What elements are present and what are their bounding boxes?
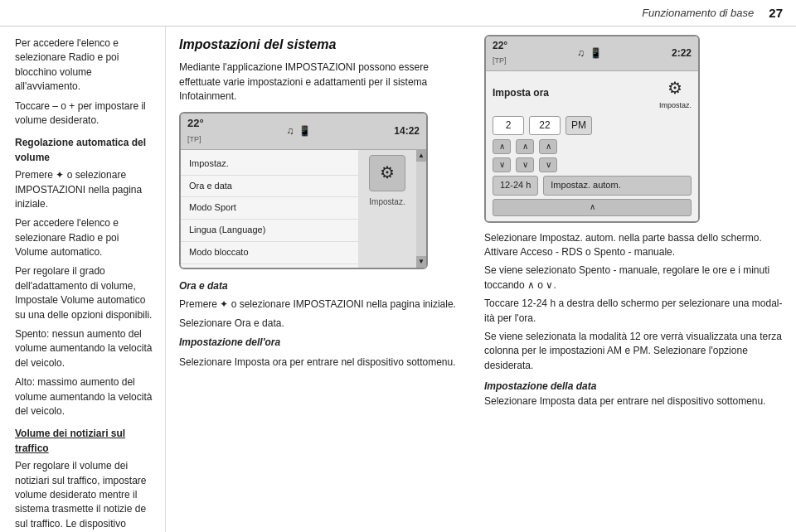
left-auto-2: Per accedere l'elenco e selezionare Radi… [15,216,153,259]
right-para-2: Se viene selezionato Spento - manuale, r… [484,264,784,293]
rs-minutes-value[interactable]: 22 [529,116,561,135]
mid-screen-temp: 22° [TP] [187,116,204,146]
mid-screen-scrollbar: ▲ ▼ [416,150,426,268]
mid-screen-mockup: 22° [TP] ♫ 📱 14:22 Impostaz. Ora e data … [179,112,428,269]
rs-values-row: 2 22 PM [493,116,692,135]
mid-heading: Impostazioni del sistema [179,35,459,54]
rs-auto-button[interactable]: Impostaz. autom. [543,176,692,196]
rs-ampm-value[interactable]: PM [565,116,592,135]
menu-item-ora[interactable]: Ora e data [181,176,358,198]
rs-time: 2:22 [672,46,692,60]
rs-hours-down-arrow[interactable]: ∨ [493,157,511,172]
mid-sidebar-label: Impostaz. [369,196,405,209]
page-header: Funzionamento di base 27 [0,0,796,27]
rs-gear-label: Impostaz. [659,100,692,111]
rs-bottom-row: 12-24 h Impostaz. autom. [493,176,692,196]
main-content: Per accedere l'elenco e selezionare Radi… [0,27,796,532]
left-auto-3: Per regolare il grado dell'adattamento d… [15,264,153,322]
left-auto-1: Premere ✦ o selezionare IMPOSTAZIONI nel… [15,168,153,211]
page-title: Funzionamento di base [642,7,754,19]
scroll-up-button[interactable]: ▲ [416,150,426,162]
rs-scroll-down-button[interactable]: ∧ [493,199,692,216]
menu-item-impostaz[interactable]: Impostaz. [181,153,358,176]
menu-item-lingua[interactable]: Lingua (Language) [181,220,358,242]
left-auto-5: Alto: massimo aumento del volume aumenta… [15,375,153,418]
mid-screen-body: Impostaz. Ora e data Modo Sport Lingua (… [181,150,426,268]
right-data-heading: Impostazione della data [484,380,784,394]
rs-screen-title: Imposta ora [493,86,549,100]
rs-icons: ♫ 📱 [577,46,602,60]
mid-screen-time: 14:22 [394,124,420,138]
phone-icon: 📱 [298,124,311,138]
settings-gear-icon: ⚙ [369,155,405,191]
right-para-4: Se viene selezionata la modalità 12 ore … [484,330,784,373]
mid-ora-data-heading: Ora e data [179,279,459,293]
rs-body: Imposta ora ⚙ Impostaz. 2 22 PM ∧ ∧ ∧ [486,71,698,221]
mid-screen-icons: ♫ 📱 [286,124,311,138]
menu-item-sport[interactable]: Modo Sport [181,197,358,220]
right-column: 22° [TP] ♫ 📱 2:22 Imposta ora ⚙ Impostaz… [473,27,796,532]
left-para-1: Per accedere l'elenco e selezionare Radi… [15,36,153,94]
mid-intro: Mediante l'applicazione IMPOSTAZIONI pos… [179,60,459,104]
rs-ampm-down-arrow[interactable]: ∨ [539,157,557,172]
rs-minutes-down-arrow[interactable]: ∨ [516,157,534,172]
menu-item-bloccato[interactable]: Modo bloccato [181,242,358,264]
rs-music-icon: ♫ [577,46,585,60]
right-para-5: Selezionare Imposta data per entrare nel… [484,394,784,409]
mid-ora-4: Selezionare Imposta ora per entrare nel … [179,355,459,370]
rs-hours-value[interactable]: 2 [493,116,524,135]
left-column: Per accedere l'elenco e selezionare Radi… [0,27,166,532]
mid-ora-3: Impostazione dell'ora [179,336,459,350]
mid-column: Impostazioni del sistema Mediante l'appl… [166,27,473,532]
music-icon: ♫ [286,124,294,138]
rs-format-button[interactable]: 12-24 h [493,176,538,196]
mid-ora-1: Premere ✦ o selezionare IMPOSTAZIONI nel… [179,297,459,312]
scroll-down-button[interactable]: ▼ [416,256,426,268]
rs-minutes-up-arrow[interactable]: ∧ [516,139,534,154]
rs-gear-icon: ⚙ [667,76,682,100]
mid-screen-topbar: 22° [TP] ♫ 📱 14:22 [181,114,426,149]
rs-hours-up-arrow[interactable]: ∧ [493,139,511,154]
mid-screen-sidebar: ⚙ Impostaz. [358,150,416,268]
right-para-1: Selezionare Impostaz. autom. nella parte… [484,231,784,260]
left-para-2: Toccare – o + per impostare il volume de… [15,99,153,128]
rs-phone-icon: 📱 [590,46,602,60]
rs-arrows-down-row: ∨ ∨ ∨ [493,157,692,172]
rs-topbar: 22° [TP] ♫ 📱 2:22 [486,36,698,71]
mid-ora-2: Selezionare Ora e data. [179,317,459,331]
left-traffic: Per regolare il volume dei notiziari sul… [15,459,153,532]
mid-screen-menu: Impostaz. Ora e data Modo Sport Lingua (… [181,150,358,268]
page-number: 27 [769,6,783,20]
rs-temp: 22° [TP] [493,39,507,68]
left-auto-4: Spento: nessun aumento del volume aument… [15,327,153,370]
auto-volume-heading: Regolazione automatica del volume [15,136,153,165]
rs-ampm-up-arrow[interactable]: ∧ [539,139,557,154]
right-screen-mockup: 22° [TP] ♫ 📱 2:22 Imposta ora ⚙ Impostaz… [484,35,700,223]
rs-arrows-up-row: ∧ ∧ ∧ [493,139,692,154]
traffic-volume-heading: Volume dei notiziari sul traffico [15,427,153,456]
right-para-3: Toccare 12-24 h a destra dello schermo p… [484,297,784,326]
